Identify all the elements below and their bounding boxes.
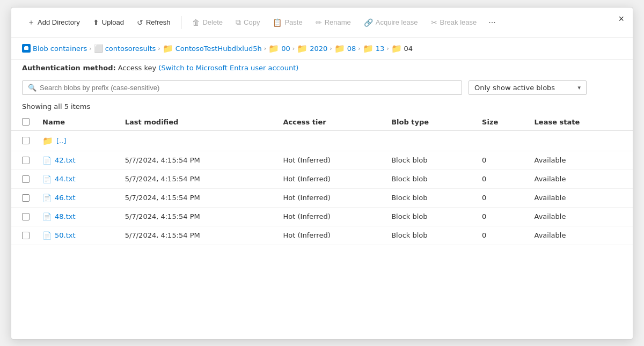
breadcrumb-sep-3: ›: [264, 45, 266, 52]
table-row: 📁[..]: [11, 130, 633, 151]
file-name-text: 48.txt: [55, 212, 76, 220]
row-checkbox-5[interactable]: [22, 232, 30, 239]
row-checkbox-2[interactable]: [22, 175, 30, 183]
paste-icon: 📋: [273, 18, 282, 27]
svg-rect-1: [25, 46, 28, 47]
name-header: Name: [36, 114, 119, 131]
items-count: Showing all 5 items: [11, 99, 633, 114]
row-checkbox-4[interactable]: [22, 213, 30, 220]
file-link[interactable]: 📄50.txt: [42, 231, 112, 240]
row-checkbox-parent[interactable]: [22, 137, 30, 144]
refresh-button[interactable]: ↺ Refresh: [131, 16, 176, 30]
file-name-text: 50.txt: [55, 231, 76, 239]
folder-icon-13: 📁: [363, 43, 374, 54]
chevron-down-icon: ▾: [577, 84, 581, 91]
row-checkbox-1[interactable]: [22, 157, 30, 164]
copy-button[interactable]: ⧉ Copy: [230, 15, 265, 30]
contosoresults-icon: ⬜: [94, 44, 103, 53]
file-link[interactable]: 📄46.txt: [42, 194, 112, 202]
plus-icon: ＋: [27, 18, 35, 27]
folder-icon-08: 📁: [334, 43, 345, 54]
row-name-cell: 📄50.txt: [36, 226, 119, 245]
file-icon: 📄: [42, 175, 52, 183]
row-blob-type-cell: Block blob: [385, 226, 475, 245]
file-icon: 📄: [42, 156, 52, 165]
row-last-modified-cell: 5/7/2024, 4:15:54 PM: [119, 226, 277, 245]
break-lease-button[interactable]: ✂ Break lease: [426, 16, 482, 30]
row-last-modified-cell: 5/7/2024, 4:15:54 PM: [119, 207, 277, 226]
blob-table-wrapper: Name Last modified Access tier Blob type…: [11, 114, 633, 245]
lease-state-header: Lease state: [528, 114, 633, 131]
select-all-checkbox[interactable]: [22, 118, 30, 126]
size-header: Size: [475, 114, 528, 131]
breadcrumb-sep-5: ›: [330, 45, 332, 52]
file-link[interactable]: 📄42.txt: [42, 156, 112, 165]
file-icon: 📄: [42, 212, 52, 221]
breadcrumb-sep-4: ›: [292, 45, 295, 52]
close-button[interactable]: ×: [618, 14, 624, 24]
breadcrumb-label-2020: 2020: [310, 45, 327, 53]
refresh-label: Refresh: [146, 18, 171, 26]
row-name-cell: 📄46.txt: [36, 188, 119, 207]
row-name-cell: 📄48.txt: [36, 207, 119, 226]
rename-label: Rename: [325, 18, 351, 26]
divider-1: [181, 16, 181, 29]
row-lease-state-cell: Available: [528, 226, 633, 245]
delete-button[interactable]: 🗑 Delete: [187, 16, 228, 30]
switch-auth-link[interactable]: (Switch to Microsoft Entra user account): [158, 64, 298, 72]
folder-icon-00: 📁: [268, 43, 279, 54]
table-row: 📄42.txt5/7/2024, 4:15:54 PMHot (Inferred…: [11, 151, 633, 170]
file-link[interactable]: 📄48.txt: [42, 212, 112, 221]
upload-button[interactable]: ⬆ Upload: [87, 16, 129, 30]
row-access-tier-cell: Hot (Inferred): [277, 151, 385, 170]
row-last-modified-cell: 5/7/2024, 4:15:54 PM: [119, 170, 277, 188]
access-tier-header: Access tier: [277, 114, 385, 131]
more-options-button[interactable]: ···: [484, 15, 500, 30]
break-lease-label: Break lease: [440, 18, 477, 26]
filter-label: Only show active blobs: [474, 84, 555, 92]
rename-button[interactable]: ✏ Rename: [310, 16, 356, 30]
search-input[interactable]: [40, 84, 456, 92]
breadcrumb-item-blob-containers[interactable]: Blob containers: [22, 44, 87, 53]
breadcrumb-item-00[interactable]: 📁 00: [268, 43, 290, 54]
blob-type-header: Blob type: [385, 114, 475, 131]
breadcrumb-item-13[interactable]: 📁 13: [363, 43, 385, 54]
row-lease-state-cell: Available: [528, 151, 633, 170]
row-lease-state-cell: Available: [528, 207, 633, 226]
row-checkbox-3[interactable]: [22, 194, 30, 202]
row-access-tier-cell: Hot (Inferred): [277, 170, 385, 188]
filter-dropdown[interactable]: Only show active blobs ▾: [469, 80, 587, 95]
row-lease-state-cell: Available: [528, 188, 633, 207]
paste-label: Paste: [284, 18, 302, 26]
folder-icon-2020: 📁: [297, 43, 308, 54]
breadcrumb-item-contosoresults[interactable]: ⬜ contosoresults: [94, 44, 156, 53]
table-row: 📄50.txt5/7/2024, 4:15:54 PMHot (Inferred…: [11, 226, 633, 245]
row-size-cell: [475, 130, 528, 151]
paste-button[interactable]: 📋 Paste: [267, 16, 308, 30]
acquire-lease-button[interactable]: 🔗 Acquire lease: [358, 16, 423, 30]
search-filter-bar: 🔍 Only show active blobs ▾: [11, 76, 633, 99]
copy-icon: ⧉: [236, 18, 241, 27]
row-lease-state-cell: Available: [528, 170, 633, 188]
row-size-cell: 0: [475, 226, 528, 245]
file-name-text: 44.txt: [55, 175, 76, 183]
row-blob-type-cell: [385, 130, 475, 151]
row-checkbox-cell: [11, 170, 36, 188]
file-icon: 📄: [42, 231, 52, 240]
add-directory-button[interactable]: ＋ Add Directory: [22, 15, 85, 30]
folder-link[interactable]: 📁[..]: [42, 136, 112, 146]
breadcrumb-label-04: 04: [404, 45, 413, 53]
file-link[interactable]: 📄44.txt: [42, 175, 112, 183]
row-lease-state-cell: [528, 130, 633, 151]
breadcrumb-item-contoso-test-hub[interactable]: 📁 ContosoTestHubdlxlud5h: [163, 43, 262, 54]
breadcrumb-sep-1: ›: [89, 45, 91, 52]
breadcrumb-item-2020[interactable]: 📁 2020: [297, 43, 327, 54]
row-access-tier-cell: Hot (Inferred): [277, 207, 385, 226]
auth-bar: Authentication method: Access key (Switc…: [11, 60, 633, 76]
row-access-tier-cell: Hot (Inferred): [277, 188, 385, 207]
breadcrumb-item-08[interactable]: 📁 08: [334, 43, 356, 54]
main-panel: × ＋ Add Directory ⬆ Upload ↺ Refresh 🗑 D…: [11, 7, 633, 340]
blob-table-body: 📁[..]📄42.txt5/7/2024, 4:15:54 PMHot (Inf…: [11, 130, 633, 245]
file-name-text: 42.txt: [55, 156, 76, 164]
table-row: 📄48.txt5/7/2024, 4:15:54 PMHot (Inferred…: [11, 207, 633, 226]
